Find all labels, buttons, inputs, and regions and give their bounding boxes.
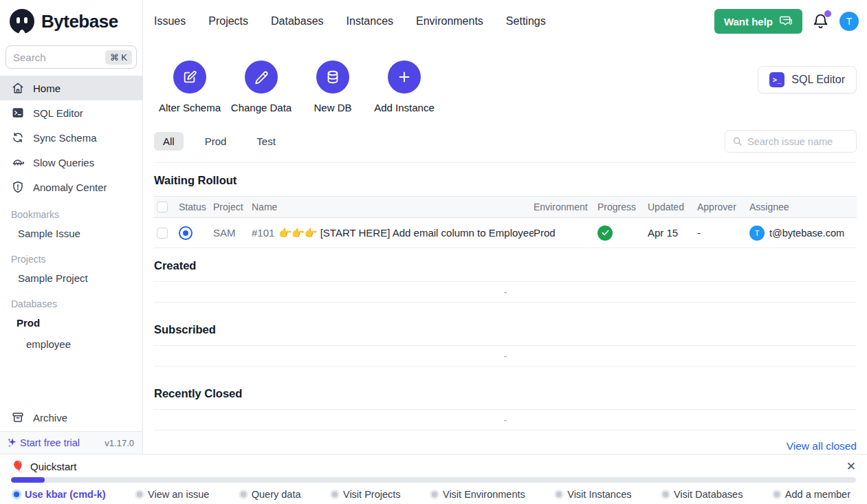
close-icon[interactable]: ✕ [846,461,856,472]
version-label: v1.17.0 [105,438,134,448]
assignee-email: t@bytebase.com [769,228,844,239]
sidebar-item-sql-editor[interactable]: SQL Editor [0,100,142,125]
section-label-bookmarks: Bookmarks [0,199,142,223]
nav-instances[interactable]: Instances [347,15,393,28]
sidebar-item-sample-project[interactable]: Sample Project [0,267,142,289]
col-name: Name [252,201,534,212]
plus-icon [388,61,421,94]
created-empty-row: - [154,281,857,303]
global-search-input[interactable]: Search ⌘ K [6,45,137,69]
notifications-button[interactable] [812,12,830,30]
new-db-button[interactable]: New DB [297,61,369,113]
issue-updated: Apr 15 [648,227,697,239]
quickstart-title: Quickstart [30,461,77,472]
task-dot-icon [332,492,338,497]
tab-prod[interactable]: Prod [196,132,236,151]
sidebar-item-label: Anomaly Center [33,182,107,193]
edit-square-icon [173,61,206,94]
terminal-icon: >_ [769,72,784,87]
quickstart-bar: 🎈 Quickstart ✕ Use kbar (cmd-k) View an … [0,454,867,504]
col-environment: Environment [534,201,597,212]
bytebase-app: Bytebase Search ⌘ K Home SQL Editor [0,0,867,504]
issue-search-input[interactable]: Search issue name [725,130,857,153]
bytebase-logo-icon [8,8,36,35]
sidebar-item-sync-schema[interactable]: Sync Schema [0,125,142,150]
change-data-button[interactable]: Change Data [226,61,297,113]
sidebar-bottom: Archive Start free trial v1.17.0 [0,404,142,454]
trial-bar: Start free trial v1.17.0 [0,431,142,454]
want-help-button[interactable]: Want help [714,9,802,34]
nav-issues[interactable]: Issues [154,15,186,28]
task-query-data[interactable]: Query data [241,489,301,500]
balloon-icon: 🎈 [11,460,25,473]
turtle-icon [11,155,25,169]
select-all-checkbox[interactable] [157,201,168,212]
nav-settings[interactable]: Settings [506,15,546,28]
task-label: Use kbar (cmd-k) [25,489,106,500]
pencil-icon [245,61,278,94]
task-dot-icon [137,492,142,497]
task-visit-databases[interactable]: Visit Databases [663,489,743,500]
add-instance-button[interactable]: Add Instance [369,61,440,113]
trial-label: Start free trial [20,437,80,448]
sidebar-item-anomaly-center[interactable]: Anomaly Center [0,175,142,199]
task-visit-projects[interactable]: Visit Projects [332,489,401,500]
sidebar-item-employee-db[interactable]: employee [0,333,142,355]
row-checkbox[interactable] [157,228,168,239]
sync-icon [11,131,25,144]
sidebar-item-slow-queries[interactable]: Slow Queries [0,150,142,175]
task-view-issue[interactable]: View an issue [137,489,209,500]
subscribed-empty-row: - [154,345,857,366]
issue-project: SAM [213,227,252,239]
chat-bubble-icon [779,15,793,28]
task-add-member[interactable]: Add a member [774,489,850,500]
tab-all[interactable]: All [154,132,184,151]
issue-table-header: Status Project Name Environment Progress… [154,196,857,218]
task-visit-environments[interactable]: Visit Environments [432,489,525,500]
sidebar-item-sample-issue[interactable]: Sample Issue [0,223,142,244]
section-title-waiting-rollout: Waiting Rollout [154,163,857,196]
top-navigation: Issues Projects Databases Instances Envi… [154,15,546,28]
sidebar-item-label: Archive [33,412,67,424]
issue-row[interactable]: SAM #101 👉👉👉 [START HERE] Add email colu… [154,218,857,248]
search-icon [732,136,743,146]
brand-logo[interactable]: Bytebase [0,0,142,43]
notification-badge [824,10,831,17]
tab-test[interactable]: Test [248,132,285,151]
main-area: Issues Projects Databases Instances Envi… [144,0,867,454]
sidebar-nav: Home SQL Editor Sync Schema Slow Queries [0,76,142,199]
nav-environments[interactable]: Environments [416,15,483,28]
sidebar-item-archive[interactable]: Archive [0,404,142,431]
brand-name: Bytebase [41,11,118,32]
nav-projects[interactable]: Projects [208,15,248,28]
task-dot-icon [432,492,437,497]
quick-action-label: Change Data [231,102,292,113]
sql-editor-button[interactable]: >_ SQL Editor [758,66,857,94]
quick-action-label: New DB [314,102,351,113]
sidebar-item-home[interactable]: Home [0,76,142,100]
user-avatar[interactable]: T [839,12,859,31]
section-title-created: Created [154,248,857,281]
task-label: Query data [252,489,301,500]
task-dot-icon [14,492,19,497]
task-label: Add a member [785,489,850,500]
section-label-projects: Projects [0,244,142,267]
recently-closed-empty-row: - [154,409,857,430]
alter-schema-button[interactable]: Alter Schema [154,61,226,113]
task-use-kbar[interactable]: Use kbar (cmd-k) [14,489,106,500]
view-all-closed-link[interactable]: View all closed [787,440,857,452]
nav-databases[interactable]: Databases [271,15,324,28]
task-visit-instances[interactable]: Visit Instances [556,489,631,500]
start-free-trial-link[interactable]: Start free trial [7,437,80,448]
sidebar-item-label: Sync Schema [33,132,97,144]
sidebar-item-prod[interactable]: Prod [0,312,142,333]
home-content: Alter Schema Change Data New DB [144,61,867,462]
col-project: Project [213,201,252,212]
sql-editor-label: SQL Editor [791,74,845,86]
task-label: Visit Databases [674,489,743,500]
issue-title: 👉👉👉 [START HERE] Add email column to Emp… [278,227,534,239]
sparkles-icon [7,437,18,448]
issue-approver: - [697,227,749,239]
top-bar: Issues Projects Databases Instances Envi… [144,0,867,43]
sidebar: Bytebase Search ⌘ K Home SQL Editor [0,0,143,454]
